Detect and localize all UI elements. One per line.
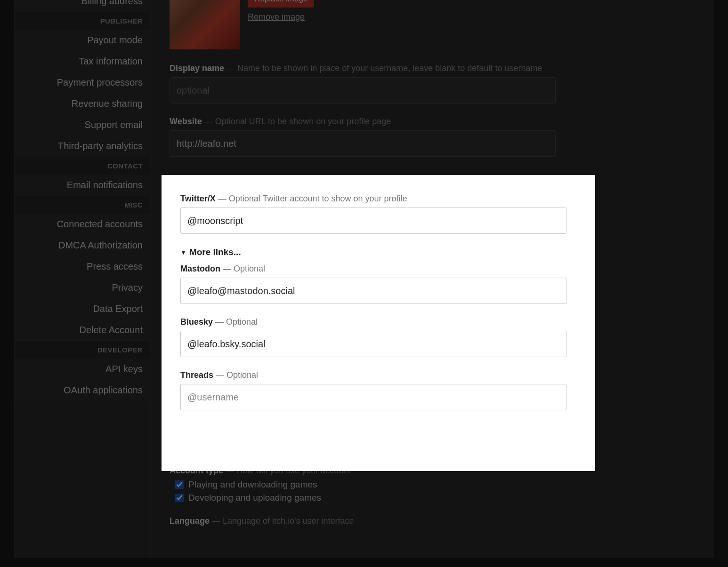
sidebar-item-support-email[interactable]: Support email (15, 114, 150, 136)
display-name-label: Display name (170, 64, 224, 73)
sidebar-item-payment-processors[interactable]: Payment processors (15, 72, 150, 93)
sidebar-item-dmca-authorization[interactable]: DMCA Authorization (15, 235, 150, 256)
mastodon-label: Mastodon (180, 264, 220, 273)
sidebar-heading-contact: CONTACT (15, 157, 150, 175)
sidebar-item-data-export[interactable]: Data Export (15, 298, 150, 319)
bluesky-hint: — Optional (213, 317, 258, 327)
language-field-group: Language — Language of itch.io's user in… (170, 516, 695, 526)
language-label: Language (170, 516, 210, 526)
language-hint: — Language of itch.io's user interface (210, 516, 354, 526)
mastodon-input[interactable] (180, 278, 566, 304)
website-field-group: Website — Optional URL to be shown on yo… (170, 117, 695, 157)
replace-image-button[interactable]: Replace image (248, 0, 314, 8)
website-label: Website (170, 117, 202, 126)
mastodon-hint: — Optional (220, 264, 265, 273)
spotlight-panel: Twitter/X — Optional Twitter account to … (162, 175, 595, 471)
twitter-hint: — Optional Twitter account to show on yo… (216, 194, 407, 203)
account-type-playing-checkbox[interactable] (175, 480, 184, 489)
account-type-developing-checkbox[interactable] (175, 494, 184, 502)
sidebar-item-press-access[interactable]: Press access (15, 256, 150, 277)
twitter-label: Twitter/X (180, 194, 216, 203)
avatar-image (170, 0, 240, 49)
account-type-field-group: Account type — How will you use your acc… (170, 466, 695, 503)
sidebar-item-api-keys[interactable]: API keys (15, 359, 150, 380)
sidebar-item-third-party-analytics[interactable]: Third-party analytics (15, 136, 150, 157)
sidebar-heading-misc: MISC (15, 196, 150, 214)
sidebar-item-revenue-sharing[interactable]: Revenue sharing (15, 93, 150, 114)
account-type-developing-label: Developing and uploading games (188, 493, 321, 503)
sidebar-item-delete-account[interactable]: Delete Account (15, 319, 150, 341)
settings-sidebar: Billing address PUBLISHER Payout mode Ta… (14, 0, 151, 558)
triangle-down-icon: ▼ (180, 249, 186, 256)
sidebar-item-privacy[interactable]: Privacy (15, 277, 150, 298)
display-name-hint: — Name to be shown in place of your user… (224, 64, 542, 73)
twitter-field-group: Twitter/X — Optional Twitter account to … (180, 194, 576, 234)
more-links-label: More links... (189, 247, 241, 257)
website-hint: — Optional URL to be shown on your profi… (202, 117, 391, 126)
sidebar-heading-developer: DEVELOPER (15, 341, 150, 359)
threads-label: Threads (180, 370, 213, 380)
display-name-field-group: Display name — Name to be shown in place… (170, 64, 695, 104)
sidebar-item-email-notifications[interactable]: Email notifications (15, 175, 150, 196)
mastodon-field-group: Mastodon — Optional (180, 264, 576, 304)
threads-input[interactable] (180, 384, 566, 410)
sidebar-heading-publisher: PUBLISHER (15, 12, 150, 30)
display-name-input[interactable] (170, 77, 556, 104)
sidebar-item-tax-information[interactable]: Tax information (15, 51, 150, 72)
remove-image-link[interactable]: Remove image (248, 12, 314, 22)
sidebar-item-connected-accounts[interactable]: Connected accounts (15, 214, 150, 235)
bluesky-input[interactable] (180, 331, 566, 357)
threads-field-group: Threads — Optional (180, 370, 576, 410)
account-type-playing-label: Playing and downloading games (188, 479, 317, 490)
website-input[interactable] (170, 130, 556, 157)
bluesky-label: Bluesky (180, 317, 213, 327)
sidebar-item-payout-mode[interactable]: Payout mode (15, 30, 150, 51)
sidebar-item-billing-address[interactable]: Billing address (15, 0, 150, 12)
threads-hint: — Optional (213, 370, 258, 380)
twitter-input[interactable] (180, 208, 566, 234)
sidebar-item-oauth-applications[interactable]: OAuth applications (15, 380, 150, 401)
more-links-toggle[interactable]: ▼ More links... (180, 247, 576, 257)
bluesky-field-group: Bluesky — Optional (180, 317, 576, 357)
